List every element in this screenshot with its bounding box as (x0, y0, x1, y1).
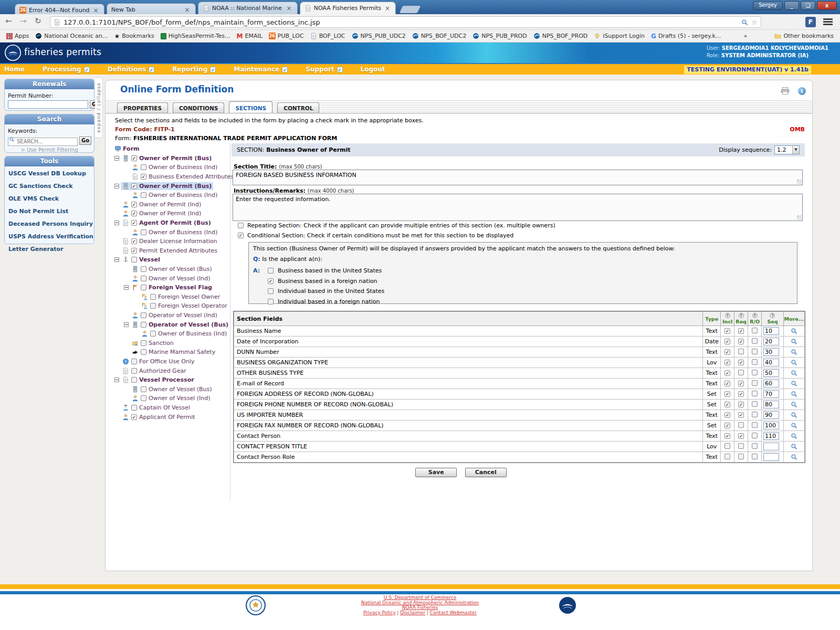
tree-checkbox[interactable]: ✓ (131, 414, 137, 420)
expander-icon[interactable]: − (114, 377, 119, 382)
expander-icon[interactable]: − (114, 156, 119, 161)
tree-node[interactable]: Owner of Business (Ind) (111, 163, 230, 172)
tree-checkbox[interactable] (150, 294, 156, 300)
tree-checkbox[interactable] (141, 349, 146, 355)
req-checkbox[interactable]: ✓ (738, 381, 744, 386)
seq-input[interactable] (763, 359, 779, 366)
tree-checkbox[interactable] (141, 164, 146, 170)
maximize-button[interactable]: ❏ (801, 1, 815, 10)
nav-item-maintenance[interactable]: Maintenance✓ (234, 66, 288, 73)
nav-item-support[interactable]: Support✓ (306, 66, 342, 73)
footer-link[interactable]: Privacy Policy (363, 610, 395, 615)
omnibox[interactable]: 127.0.0.1:7101/NPS_BOF/bof_form_def/nps_… (50, 16, 761, 28)
tree-checkbox[interactable]: ✓ (131, 183, 137, 189)
seq-input[interactable] (763, 369, 779, 377)
bookmark-item[interactable]: ★Bookmarks (111, 32, 158, 41)
tree-checkbox[interactable] (141, 229, 146, 235)
incl-checkbox[interactable]: ✓ (724, 328, 730, 334)
seq-input[interactable] (763, 338, 779, 345)
readonly-checkbox[interactable] (752, 401, 758, 407)
seq-input[interactable] (763, 443, 779, 450)
req-checkbox[interactable]: ✓ (738, 402, 744, 407)
section-title-textarea[interactable]: FOREIGN BASED BUSINESS INFORMATION (233, 170, 803, 185)
tree-checkbox[interactable] (131, 257, 137, 262)
magnifier-icon[interactable] (791, 338, 797, 345)
dropdown-indicator-icon[interactable]: ✓ (337, 67, 343, 72)
tree-checkbox[interactable] (141, 192, 146, 198)
incl-checkbox[interactable]: ✓ (724, 370, 730, 376)
req-checkbox[interactable] (738, 370, 744, 375)
tree-checkbox[interactable] (141, 266, 146, 272)
tree-checkbox[interactable] (141, 386, 146, 392)
magnifier-icon[interactable] (791, 370, 797, 376)
permit-number-input[interactable] (8, 100, 88, 109)
tree-node[interactable]: Foreign Vessel Owner (111, 292, 230, 302)
repeating-section-checkbox[interactable] (238, 223, 244, 228)
incl-checkbox[interactable]: ✓ (724, 360, 730, 365)
readonly-checkbox[interactable] (752, 454, 758, 459)
bookmarks-overflow[interactable]: » (741, 32, 751, 40)
tree-checkbox[interactable] (131, 405, 137, 411)
tree-node[interactable]: −✓Owner of Permit (Bus) (111, 181, 230, 191)
tree-checkbox[interactable] (150, 331, 156, 337)
readonly-checkbox[interactable] (752, 370, 758, 375)
answer-checkbox[interactable]: ✓ (268, 278, 274, 284)
req-checkbox[interactable] (738, 422, 744, 428)
back-icon[interactable]: ← (5, 16, 12, 26)
readonly-checkbox[interactable] (752, 338, 758, 344)
tree-checkbox[interactable] (141, 395, 146, 401)
tree-node[interactable]: −Foreign Vessel Flag (111, 283, 230, 292)
url-text[interactable]: 127.0.0.1:7101/NPS_BOF/bof_form_def/nps_… (64, 18, 738, 26)
new-tab-button[interactable] (400, 6, 421, 13)
readonly-checkbox[interactable] (752, 412, 758, 417)
bookmark-item[interactable]: GDrafts (5) - sergey.k... (648, 32, 724, 41)
readonly-checkbox[interactable] (752, 380, 758, 386)
bookmark-item[interactable]: iSupport Login (591, 32, 648, 40)
tree-node[interactable]: Sanction (111, 338, 230, 348)
footer-link[interactable]: Disclaimer (400, 610, 425, 615)
magnifier-icon[interactable] (791, 412, 797, 418)
tree-checkbox[interactable]: ✓ (141, 174, 146, 180)
readonly-checkbox[interactable] (752, 422, 758, 428)
tree-node[interactable]: −✓Agent Of Permit (Bus) (111, 218, 230, 228)
readonly-checkbox[interactable] (752, 328, 758, 333)
req-checkbox[interactable]: ✓ (738, 328, 744, 334)
close-tab-icon[interactable]: × (384, 5, 391, 12)
tree-node[interactable]: −Vessel (111, 255, 230, 265)
incl-checkbox[interactable]: ✓ (724, 402, 730, 407)
req-checkbox[interactable] (738, 349, 744, 354)
permit-filtering-link[interactable]: > Use Permit Filtering (5, 147, 94, 153)
tree-checkbox[interactable] (141, 312, 146, 318)
magnifier-icon[interactable] (791, 443, 797, 450)
expander-icon[interactable]: − (114, 184, 119, 188)
tree-node[interactable]: Foreign Vessel Operator (111, 301, 230, 311)
bookmark-item[interactable]: NPS_PUB_UDC2 (349, 32, 409, 40)
bookmark-item[interactable]: 26PUB_LOC (266, 32, 307, 40)
incl-checkbox[interactable]: ✓ (724, 412, 730, 418)
incl-checkbox[interactable]: ✓ (724, 423, 730, 428)
nav-item-processing[interactable]: Processing✓ (43, 66, 90, 73)
nav-item-definitions[interactable]: Definitions✓ (108, 66, 154, 73)
tree-node[interactable]: ✓Permit Extended Attributes (111, 246, 230, 256)
tree-node[interactable]: −Vessel Processor (111, 375, 230, 385)
tab-properties[interactable]: PROPERTIES (117, 102, 168, 113)
dropdown-indicator-icon[interactable]: ✓ (210, 67, 216, 72)
close-tab-icon[interactable]: × (92, 7, 100, 14)
tree-node[interactable]: Authorized Gear (111, 366, 230, 375)
incl-checkbox[interactable]: ✓ (724, 349, 730, 355)
tree-node[interactable]: Owner of Business (Ind) (111, 329, 230, 339)
incl-checkbox[interactable]: ✓ (724, 339, 730, 344)
magnifier-icon[interactable] (791, 401, 797, 408)
tool-link[interactable]: USPS Address Verification (8, 233, 94, 240)
req-checkbox[interactable]: ✓ (738, 339, 744, 344)
tool-link[interactable]: Deceased Persons Inquiry (8, 220, 94, 227)
search-go-button[interactable]: Go (79, 136, 91, 145)
tree-node[interactable]: Owner of Vessel (Ind) (111, 274, 230, 283)
tree-checkbox[interactable] (150, 303, 156, 309)
help-icon[interactable]: ? (739, 313, 744, 318)
incl-checkbox[interactable] (724, 454, 730, 459)
tree-checkbox[interactable] (141, 285, 146, 290)
seq-input[interactable] (763, 348, 779, 356)
nav-item-home[interactable]: Home (4, 66, 25, 73)
req-checkbox[interactable]: ✓ (738, 412, 744, 418)
